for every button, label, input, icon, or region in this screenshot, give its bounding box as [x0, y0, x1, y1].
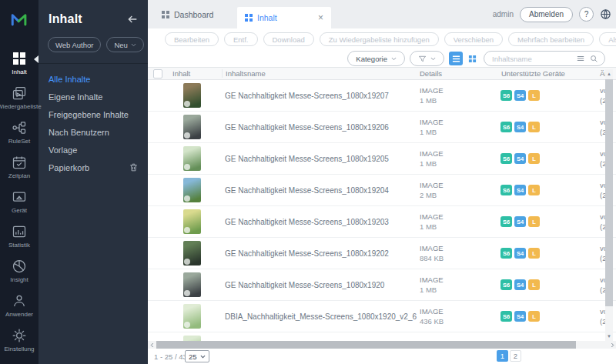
nav-item-eigene-inhalte[interactable]: Eigene Inhalte: [49, 88, 148, 105]
content-name[interactable]: GE Nachhaltigkeit Messe-Screens_1080x192…: [222, 281, 417, 289]
nav-item-nach-benutzern[interactable]: Nach Benutzern: [49, 123, 148, 141]
content-thumbnail[interactable]: [183, 304, 201, 329]
neu-button[interactable]: Neu: [106, 37, 143, 52]
active-notch: [34, 55, 38, 63]
rail-item-wiedergabeliste[interactable]: Wiedergabeliste: [0, 85, 38, 110]
magicinfo-logo[interactable]: [0, 0, 38, 38]
rail-item-insight[interactable]: Insight: [0, 259, 38, 283]
advanced-search-icon[interactable]: [577, 55, 585, 63]
vertical-scrollbar-thumb[interactable]: [605, 79, 613, 306]
content-name[interactable]: DBIA_Nachhaltigkeit_Messe-Screens_1080x1…: [222, 312, 417, 321]
bearbeiten-button[interactable]: Bearbeiten: [165, 32, 219, 46]
content-thumbnail[interactable]: [183, 146, 201, 171]
device-badge-s4: S4: [514, 122, 526, 132]
close-icon[interactable]: ×: [318, 14, 323, 22]
content-thumbnail[interactable]: [183, 115, 201, 139]
grid-view-button[interactable]: [465, 52, 479, 65]
nav-item-vorlage[interactable]: Vorlage: [49, 141, 148, 159]
nav-item-freigegebene-inhalte[interactable]: Freigegebene Inhalte: [49, 105, 148, 123]
content-name[interactable]: GE Nachhaltigkeit Messe-Screens_1080x192…: [222, 92, 417, 100]
rail-item-ruleset[interactable]: RuleSet: [0, 120, 38, 145]
rail-item-geraet[interactable]: Gerät: [0, 189, 38, 214]
table-row[interactable]: GE Nachhaltigkeit Messe-Screens_1080x192…: [148, 80, 616, 112]
content-details: IMAGE1 MB: [417, 117, 499, 137]
content-name[interactable]: GE Nachhaltigkeit Messe-Screens_1080x192…: [222, 155, 417, 163]
content-thumbnail[interactable]: [183, 178, 201, 202]
content-details: IMAGE1 MB: [417, 212, 499, 232]
content-name[interactable]: GE Nachhaltigkeit Messe-Screens_1080x192…: [222, 218, 417, 226]
table-row[interactable]: GE Nachhaltigkeit Messe-Screens_1080x192…: [148, 175, 616, 206]
logout-button[interactable]: Abmelden: [520, 7, 573, 22]
content-thumbnail[interactable]: [183, 241, 201, 265]
zu-wiedergabeliste-button[interactable]: Zu Wiedergabeliste hinzufügen: [320, 32, 439, 46]
pagination-bar: 1 - 25 / 43 25 1 2: [148, 349, 616, 364]
nav-item-alle-inhalte[interactable]: Alle Inhalte: [49, 70, 148, 88]
table-row[interactable]: GE Nachhaltigkeit Messe-Screens_1080x192…: [148, 269, 616, 301]
tab-inhalt[interactable]: Inhalt ×: [237, 7, 331, 28]
column-header-details[interactable]: Details: [417, 69, 499, 78]
tab-dashboard[interactable]: Dashboard: [162, 0, 213, 28]
table-row[interactable]: DBIA_Nachhaltigkeit_Messe-Screens_1080x1…: [148, 332, 616, 341]
search-icon[interactable]: [590, 55, 598, 63]
column-header-geraete[interactable]: Unterstützte Geräte: [499, 69, 598, 78]
content-thumbnail[interactable]: [183, 83, 201, 108]
rail-item-inhalt[interactable]: Inhalt: [0, 51, 38, 75]
list-view-button[interactable]: [449, 52, 463, 65]
vertical-scrollbar[interactable]: ▲ ▼: [605, 69, 613, 341]
als-vorlage-speichern-button[interactable]: Als Vorlage speichern: [599, 32, 616, 46]
table-row[interactable]: GE Nachhaltigkeit Messe-Screens_1080x192…: [148, 206, 616, 238]
content-name[interactable]: GE Nachhaltigkeit Messe-Screens_1080x192…: [222, 123, 417, 132]
download-button[interactable]: Download: [263, 32, 314, 46]
filter-dropdown[interactable]: [410, 51, 444, 66]
table-row[interactable]: DBIA_Nachhaltigkeit_Messe-Screens_1080x1…: [148, 301, 616, 332]
table-row[interactable]: GE Nachhaltigkeit Messe-Screens_1080x192…: [148, 238, 616, 269]
entfernen-button[interactable]: Entf.: [224, 32, 258, 46]
trash-icon[interactable]: [129, 162, 139, 172]
content-thumbnail-cell: [168, 146, 222, 171]
content-thumbnail[interactable]: [183, 336, 201, 341]
column-header-inhaltsname[interactable]: Inhaltsname: [222, 69, 417, 78]
scroll-up-icon[interactable]: ▲: [605, 69, 613, 78]
content-type: IMAGE: [420, 149, 499, 159]
inhalt-grid-icon: [245, 14, 253, 22]
scroll-right-icon[interactable]: [608, 341, 616, 349]
mehrfach-bearbeiten-button[interactable]: Mehrfach bearbeiten: [508, 32, 594, 46]
content-thumbnail[interactable]: [183, 209, 201, 234]
logo-m-icon: [8, 11, 30, 28]
rail-item-einstellung[interactable]: Einstellung: [0, 328, 38, 352]
page-size-select[interactable]: 25: [185, 350, 209, 362]
table-row[interactable]: GE Nachhaltigkeit Messe-Screens_1080x192…: [148, 112, 616, 143]
device-badge-l: L: [528, 279, 540, 290]
content-name[interactable]: GE Nachhaltigkeit Messe-Screens_1080x192…: [222, 186, 417, 195]
chevron-down-icon: [200, 355, 206, 359]
rail-item-anwender[interactable]: Anwender: [0, 293, 38, 318]
page-button-1[interactable]: 1: [497, 350, 508, 362]
select-all-checkbox[interactable]: [153, 69, 162, 78]
content-thumbnail[interactable]: [183, 272, 201, 297]
column-header-inhalt[interactable]: Inhalt: [168, 69, 222, 78]
content-name[interactable]: GE Nachhaltigkeit Messe-Screens_1080x192…: [222, 249, 417, 258]
nav-item-papierkorb[interactable]: Papierkorb: [49, 159, 148, 176]
scroll-down-icon[interactable]: ▼: [605, 332, 613, 341]
rail-item-zeitplan[interactable]: Zeitplan: [0, 155, 38, 179]
content-size: 1 MB: [420, 222, 499, 232]
content-thumbnail-cell: [168, 272, 222, 297]
content-type: IMAGE: [420, 117, 499, 127]
web-author-button[interactable]: Web Author: [48, 37, 101, 52]
device-badge-l: L: [528, 153, 540, 164]
search-input[interactable]: [492, 55, 572, 63]
content-thumbnail-cell: [168, 115, 222, 139]
verschieben-button[interactable]: Verschieben: [444, 32, 503, 46]
scroll-left-icon[interactable]: [148, 341, 156, 349]
table-row[interactable]: GE Nachhaltigkeit Messe-Screens_1080x192…: [148, 143, 616, 175]
rail-item-statistik[interactable]: Statistik: [0, 224, 38, 249]
language-globe-icon[interactable]: [600, 8, 611, 20]
kategorie-dropdown[interactable]: Kategorie: [347, 51, 405, 66]
supported-device-badges: S6S4L: [499, 153, 598, 164]
horizontal-scrollbar[interactable]: [148, 341, 616, 349]
device-badge-s4: S4: [514, 279, 526, 290]
collapse-panel-icon[interactable]: [126, 13, 139, 25]
help-button[interactable]: ?: [579, 7, 594, 22]
page-button-2[interactable]: 2: [510, 350, 521, 362]
horizontal-scrollbar-thumb[interactable]: [156, 341, 576, 349]
